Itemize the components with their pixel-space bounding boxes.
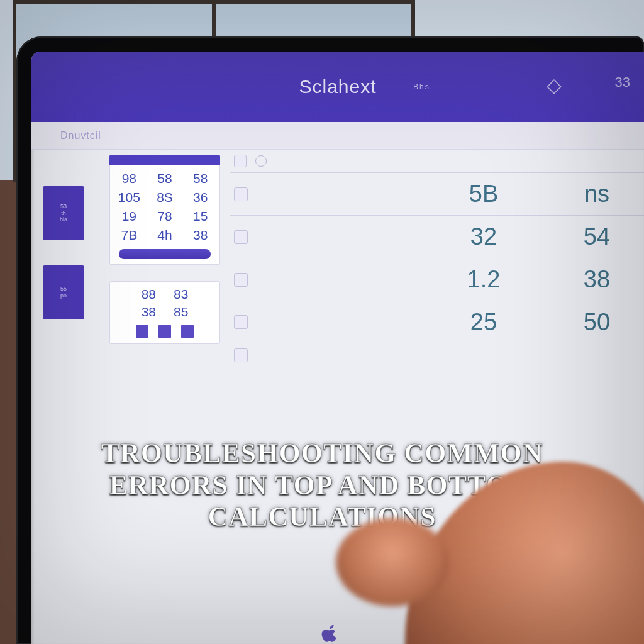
mini-cell: 85	[174, 304, 188, 319]
numpad-cell[interactable]: 105	[115, 190, 143, 205]
mini-cell: 38	[142, 304, 156, 319]
table-row[interactable]: 32 54	[230, 215, 644, 258]
numpad-cell[interactable]: 58	[151, 171, 179, 186]
row-checkbox[interactable]	[234, 230, 248, 244]
row-checkbox[interactable]	[234, 348, 248, 362]
panel-a-progress	[119, 249, 211, 259]
mini-cell: 83	[174, 287, 188, 302]
panel-a-tab[interactable]	[109, 155, 220, 165]
cell-a: 1.2	[418, 266, 550, 293]
row-checkbox[interactable]	[234, 315, 248, 329]
breadcrumb-label: Dnuvtcil	[60, 130, 101, 142]
sidebar-card-1-line1: 53	[60, 203, 67, 210]
cell-b: 54	[550, 223, 644, 250]
numpad-cell[interactable]: 8S	[151, 190, 179, 205]
sidebar-card-2-line2: po	[60, 292, 67, 299]
numpad-cell[interactable]: 36	[186, 190, 214, 205]
cell-a: 32	[418, 223, 550, 250]
numpad-cell[interactable]: 19	[115, 209, 143, 224]
panel-column: 98 58 58 105 8S 36 19 78 15 7B 4h 38	[102, 150, 228, 644]
sidebar-card-1-line2: th	[61, 210, 66, 217]
numpad-cell[interactable]: 15	[186, 209, 214, 224]
panel-b: 88 83 38 85	[109, 281, 220, 344]
table-row[interactable]: 5B ns	[230, 172, 644, 215]
sidebar: 53 th hla 55 po	[31, 150, 102, 644]
numpad-cell[interactable]: 78	[151, 209, 179, 224]
numpad-cell[interactable]: 58	[186, 171, 214, 186]
table-row[interactable]: 1.2 38	[230, 258, 644, 301]
checkbox-icon[interactable]	[234, 155, 247, 167]
sidebar-card-2-line1: 55	[60, 286, 67, 292]
app-header: Sclahext Bhs. 33	[31, 52, 644, 122]
panel-a: 98 58 58 105 8S 36 19 78 15 7B 4h 38	[109, 165, 220, 265]
sidebar-card-1[interactable]: 53 th hla	[43, 186, 84, 240]
apple-logo-icon	[321, 624, 340, 643]
mini-table: 88 83 38 85	[116, 287, 213, 319]
app-title: Sclahext	[299, 76, 376, 97]
cell-b: 50	[550, 309, 644, 336]
cell-b: ns	[550, 180, 644, 208]
sidebar-card-2[interactable]: 55 po	[43, 265, 84, 319]
header-corner-glyph: 33	[615, 74, 630, 91]
cell-a: 5B	[418, 180, 550, 208]
app-subtitle: Bhs.	[413, 82, 433, 91]
cell-b: 38	[550, 266, 644, 293]
mini-cell: 88	[142, 287, 156, 302]
radio-icon[interactable]	[255, 155, 267, 167]
mini-block-icon	[181, 325, 194, 338]
list-header-chips	[234, 155, 644, 167]
sidebar-card-1-line3: hla	[60, 216, 67, 223]
numpad-cell[interactable]: 38	[186, 228, 214, 243]
numpad-cell[interactable]: 4h	[151, 228, 179, 243]
mini-block-icon	[136, 325, 148, 338]
settings-icon[interactable]	[546, 79, 562, 95]
svg-rect-0	[547, 80, 560, 93]
numpad-cell[interactable]: 7B	[115, 228, 143, 243]
row-checkbox[interactable]	[234, 273, 248, 287]
numpad-cell[interactable]: 98	[115, 171, 143, 186]
cell-a: 25	[418, 309, 550, 336]
numpad: 98 58 58 105 8S 36 19 78 15 7B 4h 38	[115, 171, 214, 243]
row-checkbox[interactable]	[234, 187, 248, 201]
mini-block-icon	[158, 325, 171, 338]
table-row[interactable]: 25 50	[230, 301, 644, 343]
mini-blocks	[116, 325, 213, 338]
sub-header: Dnuvtcil	[31, 122, 644, 150]
